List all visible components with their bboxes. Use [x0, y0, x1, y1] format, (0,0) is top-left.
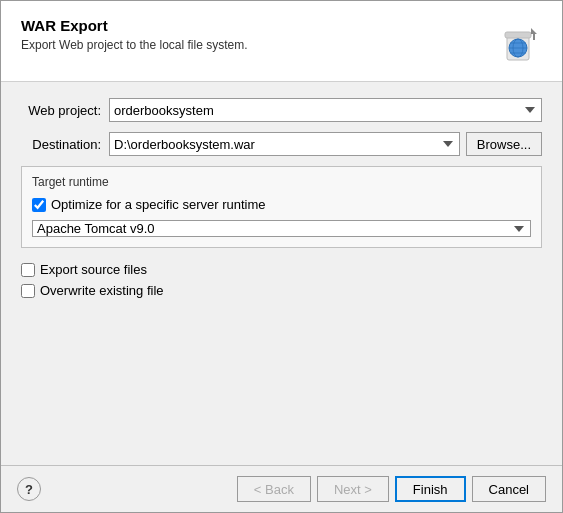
header-icon: [492, 17, 542, 67]
dialog-footer: ? < Back Next > Finish Cancel: [1, 465, 562, 512]
svg-marker-7: [531, 28, 537, 40]
dialog-header: WAR Export Export Web project to the loc…: [1, 1, 562, 82]
bottom-checkboxes: Export source files Overwrite existing f…: [21, 262, 542, 298]
target-runtime-label: Target runtime: [32, 175, 531, 189]
header-text: WAR Export Export Web project to the loc…: [21, 17, 248, 52]
export-source-row: Export source files: [21, 262, 542, 277]
dialog-content: Web project: orderbooksystem Destination…: [1, 82, 562, 465]
export-source-checkbox[interactable]: [21, 263, 35, 277]
web-project-select[interactable]: orderbooksystem: [109, 98, 542, 122]
destination-control: D:\orderbooksystem.war Browse...: [109, 132, 542, 156]
optimize-label[interactable]: Optimize for a specific server runtime: [51, 197, 266, 212]
dialog-title: WAR Export: [21, 17, 248, 34]
web-project-label: Web project:: [21, 103, 101, 118]
dialog-subtitle: Export Web project to the local file sys…: [21, 38, 248, 52]
destination-row: Destination: D:\orderbooksystem.war Brow…: [21, 132, 542, 156]
cancel-button[interactable]: Cancel: [472, 476, 546, 502]
next-button[interactable]: Next >: [317, 476, 389, 502]
optimize-row: Optimize for a specific server runtime: [32, 197, 531, 212]
war-export-dialog: WAR Export Export Web project to the loc…: [0, 0, 563, 513]
svg-rect-1: [505, 32, 531, 38]
browse-button[interactable]: Browse...: [466, 132, 542, 156]
web-project-row: Web project: orderbooksystem: [21, 98, 542, 122]
finish-button[interactable]: Finish: [395, 476, 466, 502]
target-runtime-box: Target runtime Optimize for a specific s…: [21, 166, 542, 248]
web-project-control: orderbooksystem: [109, 98, 542, 122]
back-button[interactable]: < Back: [237, 476, 311, 502]
destination-label: Destination:: [21, 137, 101, 152]
export-source-label[interactable]: Export source files: [40, 262, 147, 277]
server-runtime-select[interactable]: Apache Tomcat v9.0: [32, 220, 531, 237]
overwrite-label[interactable]: Overwrite existing file: [40, 283, 164, 298]
overwrite-checkbox[interactable]: [21, 284, 35, 298]
destination-select[interactable]: D:\orderbooksystem.war: [109, 132, 460, 156]
overwrite-row: Overwrite existing file: [21, 283, 542, 298]
help-button[interactable]: ?: [17, 477, 41, 501]
optimize-checkbox[interactable]: [32, 198, 46, 212]
war-export-icon: [493, 18, 541, 66]
